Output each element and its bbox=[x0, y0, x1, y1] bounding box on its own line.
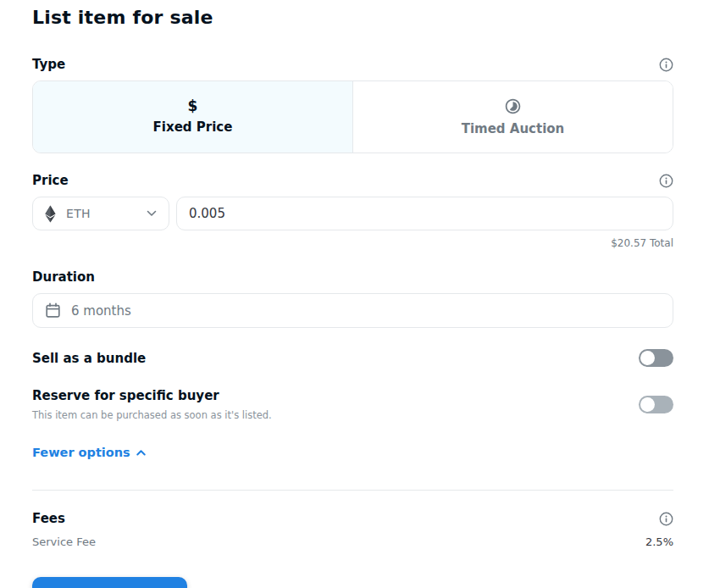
fewer-options-link[interactable]: Fewer options bbox=[32, 446, 146, 459]
service-fee-row: Service Fee 2.5% bbox=[32, 535, 673, 548]
reserve-text-block: Reserve for specific buyer This item can… bbox=[32, 388, 272, 421]
reserve-toggle-row: Reserve for specific buyer This item can… bbox=[32, 388, 673, 421]
bundle-toggle[interactable] bbox=[639, 349, 673, 367]
type-label-row: Type bbox=[32, 57, 673, 72]
fees-header: Fees bbox=[32, 511, 673, 526]
reserve-label: Reserve for specific buyer bbox=[32, 388, 272, 403]
reserve-description: This item can be purchased as soon as it… bbox=[32, 409, 272, 421]
toggle-knob bbox=[640, 397, 655, 412]
complete-listing-button[interactable]: Complete listing bbox=[32, 577, 187, 588]
duration-label: Duration bbox=[32, 269, 95, 285]
type-label: Type bbox=[32, 57, 65, 72]
bundle-label: Sell as a bundle bbox=[32, 351, 146, 366]
page-title: List item for sale bbox=[32, 7, 673, 28]
type-info-icon[interactable] bbox=[659, 58, 673, 72]
currency-value: ETH bbox=[66, 207, 91, 220]
timelapse-icon bbox=[504, 97, 522, 115]
fees-info-icon[interactable] bbox=[659, 512, 673, 526]
type-option-group: $ Fixed Price Timed Auction bbox=[32, 80, 673, 153]
bundle-toggle-row: Sell as a bundle bbox=[32, 349, 673, 367]
dollar-icon: $ bbox=[188, 99, 198, 114]
toggle-knob bbox=[640, 351, 655, 365]
price-label: Price bbox=[32, 173, 69, 188]
reserve-toggle[interactable] bbox=[639, 396, 673, 413]
currency-select[interactable]: ETH bbox=[32, 197, 169, 230]
type-option-timed-auction[interactable]: Timed Auction bbox=[353, 81, 673, 153]
list-item-form: List item for sale Type $ Fixed Price Ti… bbox=[0, 0, 720, 588]
fewer-options-label: Fewer options bbox=[32, 446, 130, 459]
price-total: $20.57 Total bbox=[32, 237, 673, 249]
fees-label: Fees bbox=[32, 511, 65, 526]
calendar-icon bbox=[45, 302, 61, 319]
section-divider bbox=[32, 490, 673, 491]
chevron-up-icon bbox=[136, 450, 146, 456]
fee-value: 2.5% bbox=[645, 535, 673, 548]
price-row: ETH bbox=[32, 197, 673, 230]
type-option-label: Timed Auction bbox=[462, 121, 565, 136]
price-info-icon[interactable] bbox=[659, 174, 673, 188]
chevron-down-icon bbox=[147, 210, 157, 217]
price-amount-input[interactable] bbox=[176, 197, 673, 230]
price-label-row: Price bbox=[32, 173, 673, 188]
duration-label-row: Duration bbox=[32, 269, 673, 285]
type-option-fixed-price[interactable]: $ Fixed Price bbox=[33, 81, 353, 153]
eth-icon bbox=[45, 205, 56, 223]
fee-name: Service Fee bbox=[32, 535, 96, 548]
type-option-label: Fixed Price bbox=[153, 119, 233, 135]
duration-select[interactable]: 6 months bbox=[32, 293, 673, 328]
duration-value: 6 months bbox=[71, 303, 131, 319]
